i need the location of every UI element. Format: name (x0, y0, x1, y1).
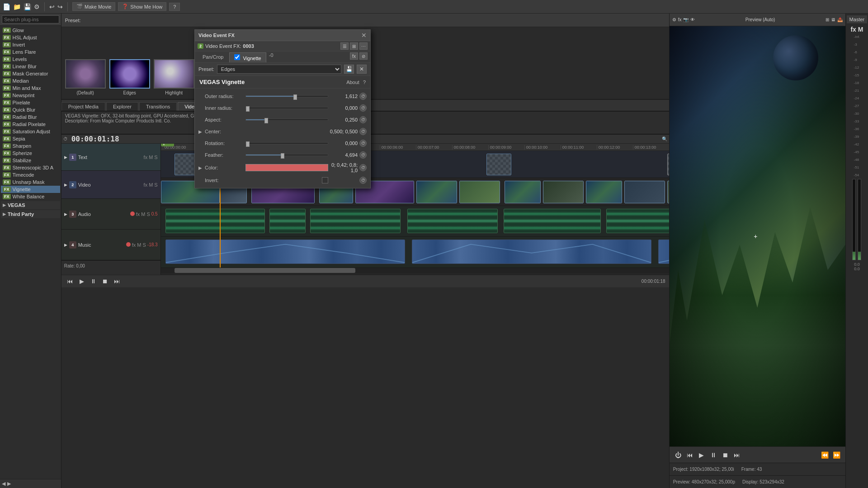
list-item[interactable]: FX Glow (1, 27, 60, 34)
keyframe-clock-feather[interactable]: ⏱ (359, 151, 367, 159)
list-item[interactable]: FX Stereoscopic 3D A (1, 164, 60, 171)
list-item[interactable]: FX Timecode (1, 171, 60, 178)
preview-step-back-button[interactable]: ⏮ (685, 450, 695, 460)
list-item[interactable]: FX Newsprint (1, 92, 60, 99)
audio-clip-1[interactable] (165, 209, 265, 233)
tab-vignette[interactable]: Vignette (229, 52, 266, 62)
vfx-grid-icon-btn[interactable]: ⊞ (350, 42, 358, 50)
video-clip-12[interactable] (667, 181, 669, 203)
tab-transitions[interactable]: Transitions (139, 102, 177, 111)
color-swatch[interactable] (245, 164, 328, 171)
video-clip-10[interactable] (586, 181, 622, 203)
display-icon[interactable]: 🖥 (831, 17, 835, 22)
play-button[interactable]: ▶ (77, 277, 87, 286)
help-button[interactable]: ? (169, 3, 180, 11)
preview-step-fwd-button[interactable]: ⏭ (732, 450, 742, 460)
tab-project-media[interactable]: Project Media (61, 102, 105, 111)
tab-explorer[interactable]: Explorer (106, 102, 138, 111)
expand-icon[interactable]: ▶ (198, 165, 205, 170)
pause-button[interactable]: ⏸ (89, 277, 99, 286)
list-item[interactable]: FX Spherize (1, 150, 60, 157)
list-item[interactable]: FX Sharpen (1, 142, 60, 150)
mute-icon[interactable]: M (141, 211, 145, 217)
category-third-party[interactable]: ▶ Third Party (1, 210, 60, 218)
list-item[interactable]: FX Mask Generator (1, 70, 60, 77)
make-movie-button[interactable]: 🎬 Make Movie (72, 2, 115, 11)
vfx-tab-minus[interactable]: -0 (269, 52, 274, 62)
preview-power-button[interactable]: ⏻ (673, 450, 683, 460)
video-clip-9[interactable] (543, 181, 584, 203)
mute-icon[interactable]: M (149, 182, 153, 188)
slider-thumb[interactable] (281, 153, 284, 159)
vfx-list-icon-btn[interactable]: ☰ (340, 42, 349, 50)
param-slider-feather[interactable] (245, 152, 328, 158)
audio-clip-2[interactable] (269, 209, 306, 233)
slider-thumb[interactable] (293, 94, 297, 100)
keyframe-clock-inner-radius[interactable]: ⏱ (359, 104, 367, 112)
vfx-more-icon-btn[interactable]: ⋯ (359, 42, 368, 50)
list-item-vignette[interactable]: FX Vignette (1, 186, 60, 193)
text-clip-3[interactable] (486, 154, 511, 175)
undo-icon[interactable]: ↩ (49, 3, 55, 10)
slider-thumb[interactable] (264, 118, 268, 123)
keyframe-clock-center[interactable]: ⏱ (359, 128, 367, 135)
preset-thumb-default[interactable]: (Default) (65, 59, 106, 95)
timeline-scrollbar[interactable] (161, 267, 669, 273)
fx-icon[interactable]: fx (136, 211, 140, 217)
list-item[interactable]: FX Sepia (1, 135, 60, 142)
record-icon[interactable] (126, 242, 131, 247)
vfx-bypass-btn[interactable]: ⊘ (359, 52, 368, 60)
list-item[interactable]: FX Stabilize (1, 157, 60, 164)
list-item[interactable]: FX Median (1, 77, 60, 84)
stop-button[interactable]: ⏹ (100, 277, 110, 286)
vfx-preset-select[interactable]: Edges (217, 65, 341, 74)
list-item[interactable]: FX Saturation Adjust (1, 128, 60, 135)
slider-thumb[interactable] (246, 141, 250, 147)
video-clip-7[interactable] (459, 181, 500, 203)
redo-icon[interactable]: ↪ (57, 3, 63, 10)
vfx-close-button[interactable]: ✕ (361, 32, 367, 39)
video-clip-8[interactable] (505, 181, 541, 203)
settings-icon[interactable]: ⚙ (672, 17, 676, 22)
list-item[interactable]: FX Radial Blur (1, 113, 60, 121)
music-clip-2[interactable] (412, 239, 651, 264)
keyframe-clock-rotation[interactable]: ⏱ (359, 140, 367, 147)
invert-checkbox[interactable] (322, 177, 328, 183)
param-slider-inner-radius[interactable] (245, 105, 328, 111)
vignette-tab-checkbox[interactable] (234, 54, 240, 60)
list-item[interactable]: FX Min and Max (1, 84, 60, 92)
param-slider-aspect[interactable] (245, 117, 328, 123)
keyframe-clock-aspect[interactable]: ⏱ (359, 116, 367, 123)
mute-icon[interactable]: M (137, 242, 141, 248)
show-me-how-button[interactable]: ❓ Show Me How (118, 2, 166, 11)
list-item[interactable]: FX Quick Blur (1, 106, 60, 113)
preview-play-button[interactable]: ▶ (697, 450, 707, 460)
solo-icon[interactable]: S (146, 211, 150, 217)
video-clip-11[interactable] (624, 181, 665, 203)
vfx-fx-settings-btn[interactable]: fx (350, 52, 358, 60)
list-item[interactable]: FX Levels (1, 56, 60, 63)
go-to-end-button[interactable]: ⏭ (112, 277, 122, 286)
list-item[interactable]: FX Radial Pixelate (1, 121, 60, 128)
search-input[interactable] (2, 15, 59, 23)
list-item[interactable]: FX Invert (1, 41, 60, 48)
list-item[interactable]: FX Linear Blur (1, 63, 60, 70)
vfx-preset-save-btn[interactable]: 💾 (344, 65, 354, 74)
fx-icon[interactable]: fx (144, 182, 148, 188)
category-vegas[interactable]: ▶ VEGAS (1, 201, 60, 209)
audio-clip-6[interactable] (606, 209, 669, 233)
keyframe-clock-outer-radius[interactable]: ⏱ (359, 93, 367, 100)
preview-skip-next-button[interactable]: ⏩ (832, 450, 842, 460)
record-icon[interactable] (130, 211, 135, 216)
list-item[interactable]: FX Lens Flare (1, 48, 60, 56)
tab-pan-crop[interactable]: Pan/Crop (198, 52, 228, 62)
solo-icon[interactable]: S (154, 155, 157, 160)
solo-icon[interactable]: S (154, 182, 157, 188)
scrollbar-thumb[interactable] (175, 268, 355, 273)
mute-icon[interactable]: M (149, 155, 153, 160)
music-clip-1[interactable] (165, 239, 405, 264)
param-slider-outer-radius[interactable] (245, 93, 328, 99)
fx-icon[interactable]: fx (678, 17, 682, 22)
solo-icon[interactable]: S (143, 242, 146, 248)
audio-clip-5[interactable] (504, 209, 601, 233)
